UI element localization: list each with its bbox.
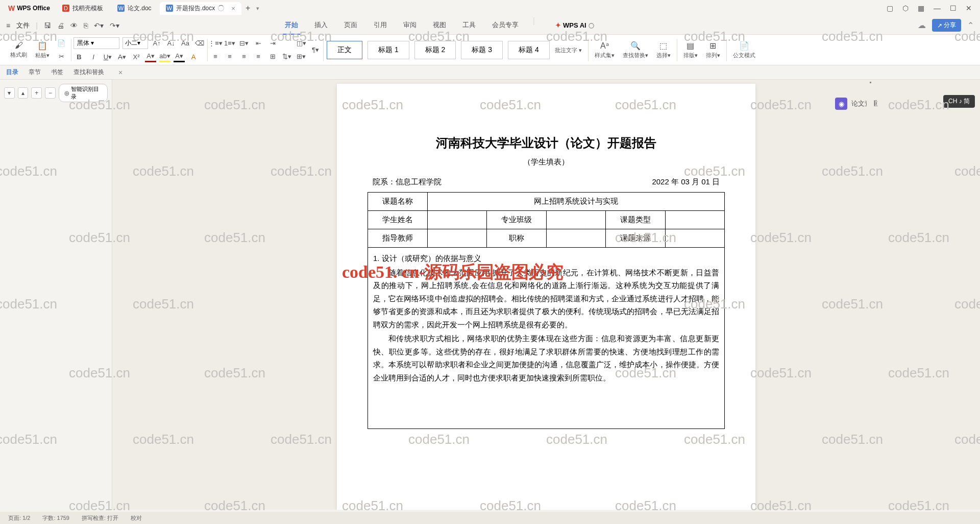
print-icon[interactable]: 🖨 — [57, 21, 64, 30]
decrease-indent-icon[interactable]: ⇤ — [253, 38, 264, 49]
superscript-button[interactable]: X² — [131, 51, 142, 62]
menu-tools[interactable]: 工具 — [460, 16, 478, 35]
nav-toc[interactable]: 目录 — [6, 68, 18, 77]
underline-button[interactable]: U▾ — [102, 51, 113, 62]
arrange-group[interactable]: ⊞排列▾ — [702, 35, 724, 65]
distribute-icon[interactable]: ⊞ — [267, 51, 278, 62]
increase-indent-icon[interactable]: ⇥ — [267, 38, 278, 49]
style-h4[interactable]: 标题 4 — [508, 41, 550, 59]
cloud-icon[interactable]: ☁ — [918, 20, 926, 30]
nav-find[interactable]: 查找和替换 — [74, 68, 104, 77]
cube-icon[interactable]: ⬡ — [902, 4, 909, 12]
new-tab-button[interactable]: + — [241, 2, 254, 15]
close-icon[interactable]: × — [118, 68, 122, 77]
change-case-icon[interactable]: Aa — [180, 38, 191, 49]
style-body[interactable]: 正文 — [327, 41, 362, 59]
decrease-font-icon[interactable]: A↓ — [165, 38, 177, 49]
tab-templates[interactable]: D 找稻壳模板 — [56, 2, 109, 15]
menu-view[interactable]: 视图 — [431, 16, 448, 35]
style-h2[interactable]: 标题 2 — [414, 41, 456, 59]
style-set-group[interactable]: Aᵃ样式集▾ — [591, 35, 619, 65]
check-icon[interactable]: ◉ — [835, 98, 847, 110]
menu-insert[interactable]: 插入 — [312, 16, 330, 35]
bold-button[interactable]: B — [74, 51, 85, 62]
shading-button[interactable]: A▾ — [174, 51, 185, 62]
style-h1[interactable]: 标题 1 — [368, 41, 409, 59]
nav-bookmark[interactable]: 书签 — [51, 68, 63, 77]
font-size-select[interactable]: 小二▾ — [122, 37, 148, 49]
layout-group[interactable]: ▤排版▾ — [679, 35, 702, 65]
demote-icon[interactable]: − — [45, 87, 56, 99]
nav-chapter[interactable]: 章节 — [29, 68, 41, 77]
file-menu[interactable]: 文件 — [16, 21, 30, 30]
smart-toc-button[interactable]: ◎智能识别目录 — [59, 84, 108, 102]
align-justify-icon[interactable]: ≡ — [253, 51, 264, 62]
clear-format-icon[interactable]: ⌫ — [194, 38, 205, 49]
redo-icon[interactable]: ↷▾ — [110, 21, 119, 30]
format-painter-group[interactable]: 🖌 格式刷 — [6, 35, 31, 65]
align-left-icon[interactable]: ≡ — [210, 51, 221, 62]
italic-button[interactable]: I — [88, 51, 99, 62]
status-words[interactable]: 字数: 1759 — [42, 514, 69, 522]
scrollbar[interactable] — [867, 80, 874, 510]
find-replace-group[interactable]: 🔍查找替换▾ — [619, 35, 652, 65]
ime-indicator[interactable]: CH ♪ 简 — [943, 95, 975, 108]
maximize-icon[interactable]: ☐ — [950, 4, 957, 12]
doc-meta: 院系：信息工程学院 2022 年 03 月 01 日 — [368, 177, 725, 187]
save-icon[interactable]: 🖫 — [44, 21, 51, 30]
increase-font-icon[interactable]: A↑ — [151, 38, 162, 49]
align-center-icon[interactable]: ≡ — [224, 51, 235, 62]
font-family-select[interactable]: 黑体 ▾ — [74, 37, 119, 49]
font-effect-button[interactable]: A — [188, 51, 199, 62]
hamburger-icon[interactable]: ≡ — [6, 21, 10, 30]
status-spell[interactable]: 拼写检查: 打开 — [82, 514, 118, 522]
menu-member[interactable]: 会员专享 — [490, 16, 521, 35]
multilevel-icon[interactable]: ⊟▾ — [238, 38, 250, 49]
shading-fill-icon[interactable]: ◫▾ — [296, 38, 307, 49]
menu-bar: ≡ 文件 | 🖫 🖨 👁 ⎘ ↶▾ ↷▾ 开始 插入 页面 引用 审阅 视图 工… — [0, 16, 980, 35]
preview-icon[interactable]: 👁 — [70, 21, 78, 30]
annotate-group[interactable]: 批注文字 ▾ — [551, 35, 586, 65]
close-icon[interactable]: × — [231, 5, 235, 12]
expand-icon[interactable]: ▴ — [18, 87, 29, 99]
official-group[interactable]: 📄公文模式 — [729, 35, 760, 65]
font-color-button[interactable]: A▾ — [145, 51, 156, 62]
strikethrough-button[interactable]: A̶▾ — [116, 51, 128, 62]
borders-icon[interactable]: ⊞▾ — [296, 51, 307, 62]
line-spacing-icon[interactable]: ⇅▾ — [281, 51, 292, 62]
new-tab-dropdown[interactable]: ▾ — [256, 5, 259, 12]
share-button[interactable]: ↗分享 — [932, 19, 961, 32]
undo-icon[interactable]: ↶▾ — [94, 21, 104, 30]
translate-icon[interactable]: ▦ — [918, 4, 924, 12]
minimize-icon[interactable]: — — [934, 4, 941, 12]
bullets-icon[interactable]: ⋮≡▾ — [210, 38, 221, 49]
collapse-icon[interactable]: ▾ — [4, 87, 15, 99]
style-h3[interactable]: 标题 3 — [461, 41, 503, 59]
export-icon[interactable]: ⎘ — [84, 21, 88, 30]
menu-review[interactable]: 审阅 — [401, 16, 419, 35]
promote-icon[interactable]: + — [31, 87, 42, 99]
wps-ai-button[interactable]: ✦WPS AI ◯ — [555, 16, 594, 35]
styleset-icon: Aᵃ — [600, 41, 609, 51]
paste-group[interactable]: 📋 粘贴▾ — [31, 35, 54, 65]
menu-page[interactable]: 页面 — [342, 16, 359, 35]
check-label[interactable]: 论文查重 — [851, 99, 878, 108]
status-proof[interactable]: 校对 — [131, 514, 142, 522]
highlight-button[interactable]: ab▾ — [159, 51, 170, 62]
document-area[interactable]: ◉ 论文查重 CH ♪ 简 河南科技大学毕业设计（论文）开题报告 （学生填表） … — [112, 80, 980, 510]
window-icon[interactable]: ▢ — [887, 4, 893, 12]
status-page[interactable]: 页面: 1/2 — [8, 514, 30, 522]
close-window-icon[interactable]: ✕ — [966, 4, 972, 12]
copy-icon[interactable]: 📄 — [56, 38, 67, 49]
document-page[interactable]: 河南科技大学毕业设计（论文）开题报告 （学生填表） 院系：信息工程学院 2022… — [337, 84, 755, 510]
numbering-icon[interactable]: 1≡▾ — [224, 38, 235, 49]
menu-reference[interactable]: 引用 — [372, 16, 389, 35]
tab-doc2-active[interactable]: W 开题报告.docx × — [160, 2, 241, 15]
select-group[interactable]: ⬚选择▾ — [652, 35, 675, 65]
align-right-icon[interactable]: ≡ — [238, 51, 250, 62]
tab-doc1[interactable]: W 论文.doc — [111, 2, 158, 15]
collapse-ribbon-icon[interactable]: ⌃ — [967, 20, 974, 30]
show-marks-icon[interactable]: ¶▾ — [310, 44, 321, 56]
menu-start[interactable]: 开始 — [283, 16, 300, 35]
cut-icon[interactable]: ✂ — [56, 51, 67, 62]
